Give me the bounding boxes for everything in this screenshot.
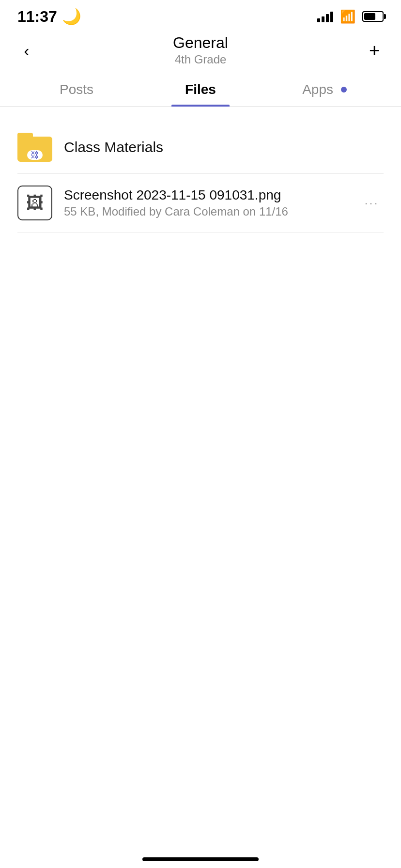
status-time: 11:37 🌙 xyxy=(17,7,81,26)
tab-bar: Posts Files Apps xyxy=(0,74,401,107)
folder-name: Class Materials xyxy=(64,139,163,155)
file-thumbnail-icon: 🖼 xyxy=(17,186,52,220)
file-info: Screenshot 2023-11-15 091031.png 55 KB, … xyxy=(64,187,359,218)
back-button[interactable]: ‹ xyxy=(15,38,39,62)
folder-item[interactable]: ⛓ Class Materials xyxy=(0,121,401,173)
signal-icon xyxy=(317,11,333,22)
tab-posts[interactable]: Posts xyxy=(15,74,139,106)
tab-apps[interactable]: Apps xyxy=(262,74,386,106)
add-icon: + xyxy=(369,41,380,60)
tab-files[interactable]: Files xyxy=(139,74,262,106)
page-title: General xyxy=(39,34,362,52)
status-icons: 📶 xyxy=(317,9,384,24)
status-bar: 11:37 🌙 📶 xyxy=(0,0,401,29)
page-subtitle: 4th Grade xyxy=(39,53,362,66)
header-center: General 4th Grade xyxy=(39,34,362,66)
apps-notification-dot xyxy=(341,87,347,93)
file-list: ⛓ Class Materials 🖼 Screenshot 2023-11-1… xyxy=(0,107,401,232)
link-icon: ⛓ xyxy=(31,150,39,160)
home-indicator xyxy=(142,857,259,861)
add-button[interactable]: + xyxy=(362,38,386,62)
back-chevron-icon: ‹ xyxy=(24,42,29,59)
file-meta: 55 KB, Modified by Cara Coleman on 11/16 xyxy=(64,205,359,218)
file-more-button[interactable]: ··· xyxy=(359,191,384,215)
time-label: 11:37 xyxy=(17,8,57,26)
wifi-icon: 📶 xyxy=(340,9,355,24)
divider-2 xyxy=(17,232,384,232)
moon-icon: 🌙 xyxy=(62,7,81,26)
file-name: Screenshot 2023-11-15 091031.png xyxy=(64,187,359,203)
file-item[interactable]: 🖼 Screenshot 2023-11-15 091031.png 55 KB… xyxy=(0,174,401,232)
header: ‹ General 4th Grade + xyxy=(0,29,401,74)
more-dots-icon: ··· xyxy=(364,195,378,211)
battery-icon xyxy=(362,11,384,22)
folder-icon: ⛓ xyxy=(17,133,52,162)
